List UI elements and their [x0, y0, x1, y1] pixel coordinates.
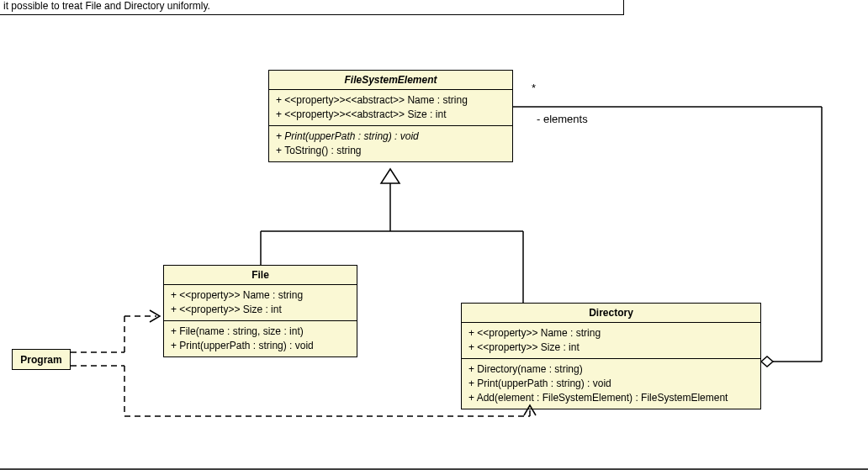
operations-section: + File(name : string, size : int) + Prin…: [164, 321, 357, 356]
class-program: Program: [12, 349, 71, 370]
multiplicity-label: *: [532, 82, 536, 94]
class-title: FileSystemElement: [269, 71, 512, 90]
generalization-arrowhead-icon: [381, 169, 400, 183]
operations-section: + Print(upperPath : string) : void + ToS…: [269, 126, 512, 161]
class-filesystemelement: FileSystemElement + <<property>><<abstra…: [268, 70, 513, 162]
role-label: - elements: [537, 113, 588, 125]
class-title: File: [164, 266, 357, 285]
operation: + Print(upperPath : string) : void: [171, 339, 350, 353]
attribute: + <<property>> Size : int: [468, 341, 754, 355]
attribute: + <<property>><<abstract>> Name : string: [276, 93, 505, 108]
operation: + Print(upperPath : string) : void: [468, 377, 754, 391]
operation: + File(name : string, size : int): [171, 325, 350, 339]
class-title: Directory: [462, 304, 760, 323]
operations-section: + Directory(name : string) + Print(upper…: [462, 359, 760, 409]
attribute: + <<property>> Name : string: [171, 288, 350, 303]
note-text: it possible to treat File and Directory …: [0, 0, 624, 15]
class-directory: Directory + <<property>> Name : string +…: [461, 303, 761, 409]
operation: + Directory(name : string): [468, 362, 754, 377]
operation: + Add(element : FileSystemElement) : Fil…: [468, 391, 754, 405]
attribute: + <<property>> Size : int: [171, 303, 350, 317]
attributes-section: + <<property>><<abstract>> Name : string…: [269, 90, 512, 126]
class-file: File + <<property>> Name : string + <<pr…: [163, 265, 357, 357]
dependency-arrowhead-icon: [150, 310, 160, 322]
attribute: + <<property>> Name : string: [468, 326, 754, 341]
attributes-section: + <<property>> Name : string + <<propert…: [462, 323, 760, 359]
aggregation-diamond-icon: [761, 356, 773, 367]
attribute: + <<property>><<abstract>> Size : int: [276, 108, 505, 122]
attributes-section: + <<property>> Name : string + <<propert…: [164, 285, 357, 321]
operation: + Print(upperPath : string) : void: [276, 129, 505, 144]
class-title: Program: [20, 354, 61, 366]
operation: + ToString() : string: [276, 144, 505, 158]
